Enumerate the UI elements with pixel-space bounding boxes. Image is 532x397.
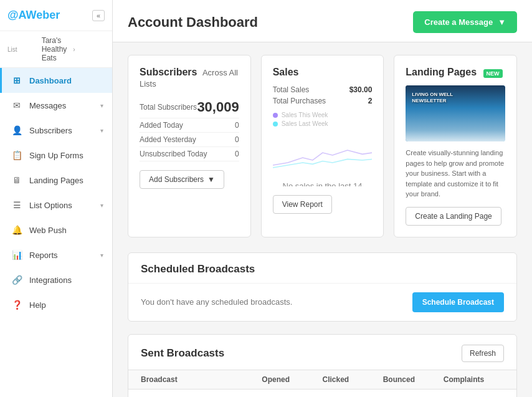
col-clicked: Clicked: [322, 375, 382, 384]
sent-broadcasts-section: Sent Broadcasts Refresh Broadcast Opened…: [128, 334, 517, 398]
chart-legend: Sales This Week Sales Last Week: [273, 112, 373, 127]
add-subscribers-dropdown-icon: ▼: [207, 175, 215, 184]
subscribers-card-title: Subscribers Across All Lists: [140, 67, 239, 89]
landing-pages-card: Landing Pages NEW LIVING ON WELL NEWSLET…: [394, 55, 517, 237]
legend-label-this-week: Sales This Week: [282, 112, 328, 118]
add-subscribers-label: Add Subscribers: [149, 175, 204, 184]
col-broadcast: Broadcast: [141, 375, 262, 384]
legend-item-last-week: Sales Last Week: [273, 120, 373, 127]
total-subscribers-value: 30,009: [197, 99, 239, 115]
total-purchases-row: Total Purchases 2: [273, 97, 373, 105]
page-title: Account Dashboard: [128, 14, 258, 31]
added-yesterday-label: Added Yesterday: [140, 135, 196, 144]
list-selector[interactable]: List Tara's Healthy Eats ›: [0, 31, 112, 68]
landing-new-badge: NEW: [483, 69, 503, 78]
no-sales-text: No sales in the last 14 days.: [273, 181, 373, 186]
col-bounced: Bounced: [383, 375, 444, 384]
sent-broadcasts-title: Sent Broadcasts: [141, 347, 224, 360]
web-push-icon: 🔔: [11, 224, 23, 236]
sidebar-item-subscribers[interactable]: 👤 Subscribers ▾: [0, 118, 112, 143]
sidebar-item-list-options[interactable]: ☰ List Options ▾: [0, 193, 112, 218]
view-report-button[interactable]: View Report: [273, 195, 332, 214]
sidebar-item-reports[interactable]: 📊 Reports ▾: [0, 242, 112, 267]
nav-menu: ⊞ Dashboard ✉ Messages ▾ 👤 Subscribers ▾…: [0, 68, 112, 317]
legend-item-this-week: Sales This Week: [273, 112, 373, 118]
chevron-icon-messages: ▾: [100, 102, 103, 109]
subscribers-card: Subscribers Across All Lists Total Subsc…: [128, 55, 251, 237]
list-label: List: [7, 46, 39, 53]
sidebar-item-integrations[interactable]: 🔗 Integrations: [0, 267, 112, 292]
sidebar-logo-area: @AWeber «: [0, 0, 112, 31]
dashboard-icon: ⊞: [11, 74, 23, 87]
added-yesterday-row: Added Yesterday 0: [140, 133, 239, 147]
list-name: Tara's Healthy Eats: [42, 36, 74, 62]
create-message-label: Create a Message: [424, 17, 493, 27]
added-yesterday-value: 0: [235, 135, 239, 144]
sign-up-forms-icon: 📋: [11, 149, 23, 161]
sidebar-label-list-options: List Options: [29, 201, 100, 210]
sidebar-item-web-push[interactable]: 🔔 Web Push: [0, 218, 112, 242]
total-sales-label: Total Sales: [273, 85, 310, 94]
sidebar: @AWeber « List Tara's Healthy Eats › ⊞ D…: [0, 0, 113, 397]
sidebar-item-dashboard[interactable]: ⊞ Dashboard: [0, 68, 112, 93]
sidebar-label-help: Help: [29, 300, 103, 310]
legend-label-last-week: Sales Last Week: [282, 120, 328, 127]
cards-row: Subscribers Across All Lists Total Subsc…: [128, 55, 517, 237]
add-subscribers-button[interactable]: Add Subscribers ▼: [140, 170, 224, 189]
create-message-button[interactable]: Create a Message ▼: [413, 11, 517, 33]
landing-description: Create visually-stunning landing pages t…: [406, 148, 505, 199]
list-options-icon: ☰: [11, 199, 23, 211]
added-today-row: Added Today 0: [140, 118, 239, 133]
landing-pages-icon: 🖥: [11, 174, 23, 186]
unsubscribed-row: Unsubscribed Today 0: [140, 147, 239, 161]
dashboard-content: Subscribers Across All Lists Total Subsc…: [113, 42, 532, 397]
chevron-icon-reports: ▾: [100, 252, 103, 259]
messages-icon: ✉: [11, 99, 23, 112]
reports-icon: 📊: [11, 249, 23, 261]
landing-page-image: LIVING ON WELL NEWSLETTER: [406, 85, 505, 141]
landing-img-inner: LIVING ON WELL NEWSLETTER: [406, 85, 505, 141]
collapse-button[interactable]: «: [92, 10, 105, 21]
scheduled-broadcasts-header: Scheduled Broadcasts: [128, 253, 516, 283]
col-opened: Opened: [262, 375, 322, 384]
logo: @AWeber: [7, 9, 60, 22]
sidebar-label-reports: Reports: [29, 251, 100, 260]
landing-card-title: Landing Pages NEW: [406, 67, 505, 78]
sent-broadcasts-header: Sent Broadcasts Refresh: [128, 335, 516, 370]
chevron-icon-subscribers: ▾: [100, 127, 103, 134]
scheduled-broadcasts-title: Scheduled Broadcasts: [141, 263, 504, 275]
unsubscribed-value: 0: [235, 150, 239, 158]
scheduled-broadcasts-content: You don't have any scheduled broadcasts.…: [128, 283, 516, 321]
total-sales-value: $30.00: [349, 85, 373, 94]
sales-chart-svg: [273, 131, 373, 175]
sidebar-label-subscribers: Subscribers: [29, 126, 100, 135]
sent-broadcasts-table-header: Broadcast Opened Clicked Bounced Complai…: [128, 370, 516, 390]
sales-card-title: Sales: [273, 67, 373, 78]
sidebar-label-messages: Messages: [29, 101, 100, 110]
sidebar-item-messages[interactable]: ✉ Messages ▾: [0, 93, 112, 118]
schedule-broadcast-button[interactable]: Schedule Broadcast: [412, 292, 504, 312]
total-sales-row: Total Sales $30.00: [273, 85, 373, 94]
total-subscribers-row: Total Subscribers 30,009: [140, 97, 239, 118]
refresh-button[interactable]: Refresh: [462, 345, 504, 362]
legend-dot-last-week: [273, 122, 278, 127]
sales-card: Sales Total Sales $30.00 Total Purchases…: [261, 55, 384, 237]
integrations-icon: 🔗: [11, 274, 23, 286]
sidebar-item-sign-up-forms[interactable]: 📋 Sign Up Forms: [0, 143, 112, 168]
sidebar-item-help[interactable]: ❓ Help: [0, 292, 112, 317]
sales-card-footer: View Report: [273, 195, 373, 214]
main-content: Account Dashboard Create a Message ▼ Sub…: [113, 0, 532, 397]
help-icon: ❓: [11, 299, 23, 311]
table-row: Recipe of the week: Avocado Black Bean B…: [128, 390, 516, 398]
create-dropdown-icon: ▼: [498, 17, 506, 27]
landing-img-text: LIVING ON WELL NEWSLETTER: [412, 92, 453, 105]
total-purchases-value: 2: [368, 97, 373, 105]
sidebar-label-landing-pages: Landing Pages: [29, 176, 103, 185]
sidebar-item-landing-pages[interactable]: 🖥 Landing Pages: [0, 168, 112, 193]
sidebar-label-dashboard: Dashboard: [29, 76, 103, 85]
subscribers-icon: 👤: [11, 124, 23, 136]
subscribers-card-footer: Add Subscribers ▼: [140, 170, 239, 189]
create-landing-page-button[interactable]: Create a Landing Page: [406, 207, 501, 226]
no-broadcasts-text: You don't have any scheduled broadcasts.: [141, 297, 292, 307]
sales-chart: Sales This Week Sales Last Week No sales…: [273, 112, 373, 186]
